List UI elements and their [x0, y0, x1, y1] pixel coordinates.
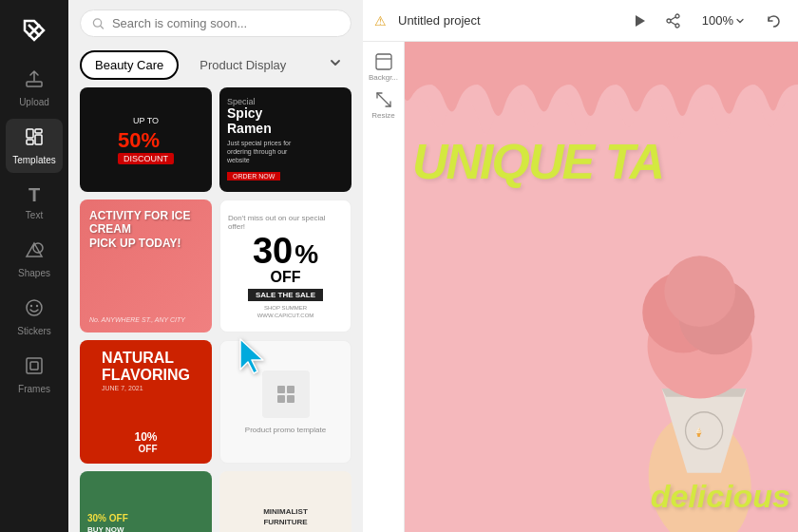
svg-rect-1 [27, 129, 33, 138]
sidebar-item-stickers[interactable]: Stickers [6, 290, 63, 344]
project-name: Untitled project [398, 13, 618, 28]
sidebar: Upload Templates T Text Shapes [0, 0, 68, 532]
app-logo[interactable] [15, 11, 53, 49]
stickers-icon [24, 297, 45, 322]
canvas-content: UNIQUE TA 🍦 [405, 42, 798, 532]
svg-rect-10 [30, 362, 38, 370]
play-button[interactable] [626, 8, 653, 34]
template-card-furniture[interactable]: MINIMALISTFURNITURE www.yourwebsite.com [219, 471, 352, 532]
svg-rect-14 [277, 395, 285, 403]
editor-topbar: ⚠ Untitled project 100% [363, 0, 798, 42]
search-input[interactable] [112, 16, 339, 30]
zoom-value: 100% [702, 13, 733, 28]
share-button[interactable] [660, 8, 687, 34]
svg-text:🍦: 🍦 [694, 427, 705, 438]
svg-rect-9 [27, 358, 42, 373]
template-card-promo-green[interactable]: 30% OFF BUY NOW [80, 471, 212, 532]
text-icon: T [28, 184, 40, 206]
svg-rect-12 [277, 386, 285, 393]
svg-point-19 [667, 19, 671, 23]
sidebar-item-upload-label: Upload [19, 97, 49, 107]
svg-point-20 [675, 24, 679, 28]
resize-tool-label: Resize [371, 111, 394, 120]
svg-rect-2 [35, 129, 42, 133]
template-card-activity-ice[interactable]: ACTIVITY FOR ICE CREAMPICK UP TODAY! No.… [80, 200, 212, 332]
shapes-icon [24, 239, 45, 264]
sidebar-item-text[interactable]: T Text [6, 177, 63, 228]
svg-rect-0 [27, 82, 42, 86]
svg-point-6 [27, 300, 42, 315]
svg-point-18 [675, 14, 679, 18]
filter-tabs: Beauty Care Product Display [68, 47, 363, 87]
sidebar-item-upload[interactable]: Upload [6, 61, 63, 115]
editor-body: Backgr... Resize UNIQUE TA [363, 42, 798, 532]
svg-point-26 [664, 256, 735, 327]
svg-rect-13 [287, 386, 294, 393]
svg-rect-21 [376, 54, 391, 69]
svg-rect-15 [287, 395, 294, 403]
zoom-control[interactable]: 100% [694, 10, 752, 31]
svg-rect-3 [27, 140, 33, 144]
template-card-spicy-ramen[interactable]: Special SpicyRamen Just special prices f… [219, 87, 352, 192]
upload-icon [24, 68, 45, 93]
template-inner-grid: UP TO 50% DISCOUNT Special SpicyRamen Ju… [80, 87, 352, 532]
template-panel: Beauty Care Product Display UP TO 50% DI… [68, 0, 363, 532]
canvas-area: UNIQUE TA 🍦 [405, 42, 798, 532]
template-card-natural[interactable]: NATURALFLAVORING JUNE 7, 2021 10% OFF [80, 340, 212, 464]
editor-panel: ⚠ Untitled project 100% Backgr... Resize [363, 0, 798, 532]
resize-tool[interactable]: Resize [367, 87, 401, 122]
background-tool[interactable]: Backgr... [367, 49, 401, 84]
sidebar-item-shapes[interactable]: Shapes [6, 232, 63, 286]
canvas-main-text: UNIQUE TA [412, 137, 663, 186]
svg-point-8 [36, 305, 38, 307]
template-card-minimal-promo[interactable]: Product promo template [219, 340, 352, 464]
filter-tab-beauty-care[interactable]: Beauty Care [80, 50, 179, 80]
sidebar-item-frames[interactable]: Frames [6, 348, 63, 402]
sidebar-item-templates-label: Templates [12, 155, 56, 165]
search-icon [92, 17, 104, 30]
background-tool-label: Backgr... [369, 73, 398, 82]
search-bar [68, 0, 363, 47]
undo-button[interactable] [760, 8, 787, 34]
editor-tools: Backgr... Resize [363, 42, 405, 532]
sidebar-item-stickers-label: Stickers [17, 326, 51, 336]
template-grid-container: UP TO 50% DISCOUNT Special SpicyRamen Ju… [68, 87, 363, 532]
sidebar-item-text-label: Text [26, 210, 43, 220]
sidebar-item-frames-label: Frames [18, 384, 50, 394]
canvas-sub-text: delicious [651, 478, 790, 515]
templates-icon [24, 126, 45, 151]
alert-icon: ⚠ [374, 13, 387, 28]
template-card-thirty-off[interactable]: Don't miss out on our special offer! 30 … [219, 200, 352, 332]
template-card-dark-promo[interactable]: UP TO 50% DISCOUNT [80, 87, 212, 192]
ice-cream-illustration: 🍦 [542, 152, 798, 532]
sidebar-item-shapes-label: Shapes [18, 268, 50, 278]
svg-marker-17 [636, 15, 645, 27]
frames-icon [24, 355, 45, 380]
svg-rect-4 [35, 135, 42, 144]
sidebar-item-templates[interactable]: Templates [6, 119, 63, 173]
search-input-wrap[interactable] [80, 10, 352, 37]
filter-tab-product-display[interactable]: Product Display [186, 52, 299, 78]
svg-point-7 [30, 305, 32, 307]
filter-dropdown-button[interactable] [319, 50, 352, 80]
